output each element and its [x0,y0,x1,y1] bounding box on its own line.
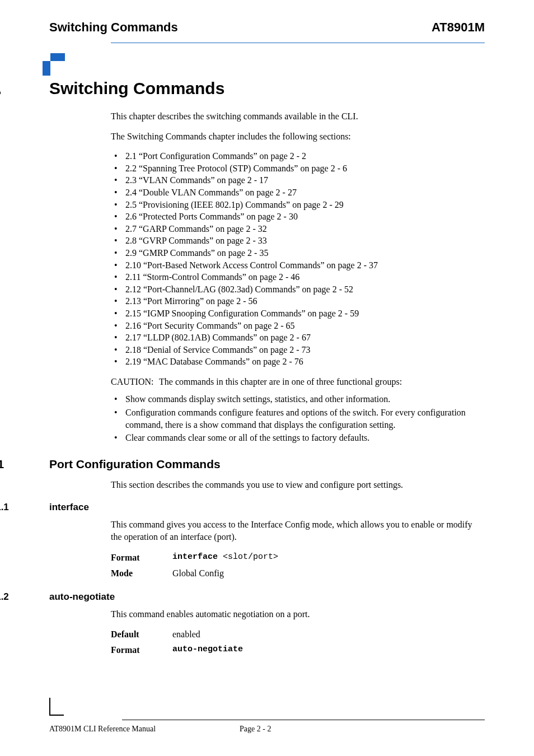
note-item: Configuration commands configure feature… [111,407,485,431]
toc-item[interactable]: 2.2 “Spanning Tree Protocol (STP) Comman… [111,162,485,175]
subsection-heading: 2.1.2 auto-negotiate [49,591,485,603]
corner-logo-icon [43,53,65,76]
notes-list: Show commands display switch settings, s… [111,393,485,444]
format-command: interface [172,552,223,562]
section-number: 2.1 [0,458,49,471]
default-label: Default [111,628,172,641]
format-row: Format interface <slot/port> [111,551,485,564]
section-intro: This section describes the commands you … [111,479,485,491]
format-value: interface <slot/port> [172,551,278,564]
section-title: Port Configuration Commands [49,458,221,471]
chapter-number: 2. [0,79,49,98]
footer-rule [122,720,485,720]
caution-body: The commands in this chapter are in one … [159,376,461,388]
subsection-number: 2.1.1 [0,502,49,513]
footer-corner-icon [49,698,64,716]
default-row: Default enabled [111,628,485,641]
header-right: AT8901M [432,20,485,35]
toc-item[interactable]: 2.11 “Storm-Control Commands” on page 2 … [111,271,485,283]
header-left: Switching Commands [49,20,178,35]
format-argument: <slot/port> [223,552,278,562]
mode-value: Global Config [172,567,224,580]
chapter-intro-2: The Switching Commands chapter includes … [111,130,485,143]
toc-item[interactable]: 2.13 “Port Mirroring” on page 2 - 56 [111,295,485,307]
toc-item[interactable]: 2.16 “Port Security Commands” on page 2 … [111,320,485,332]
toc-item[interactable]: 2.19 “MAC Database Commands” on page 2 -… [111,356,485,368]
toc-item[interactable]: 2.8 “GVRP Commands” on page 2 - 33 [111,235,485,247]
format-row: Format auto-negotiate [111,643,485,657]
default-value: enabled [172,628,200,641]
caution-label: CAUTION: [111,376,159,388]
toc-item[interactable]: 2.5 “Provisioning (IEEE 802.1p) Commands… [111,199,485,211]
subsection-number: 2.1.2 [0,591,49,603]
subsection-title: interface [49,502,89,513]
toc-item[interactable]: 2.17 “LLDP (802.1AB) Commands” on page 2… [111,332,485,344]
toc-item[interactable]: 2.9 “GMRP Commands” on page 2 - 35 [111,247,485,259]
toc-item[interactable]: 2.3 “VLAN Commands” on page 2 - 17 [111,174,485,186]
format-value: auto-negotiate [172,643,243,657]
note-item: Show commands display switch settings, s… [111,393,485,405]
subsection-title: auto-negotiate [49,591,115,603]
section-heading: 2.1 Port Configuration Commands [49,458,485,471]
chapter-title: Switching Commands [49,79,224,98]
note-item: Clear commands clear some or all of the … [111,432,485,444]
subsection-desc: This command enables automatic negotiati… [111,608,485,620]
toc-item[interactable]: 2.6 “Protected Ports Commands” on page 2… [111,211,485,223]
toc-item[interactable]: 2.7 “GARP Commands” on page 2 - 32 [111,223,485,235]
footer-page-number: Page 2 - 2 [217,725,485,734]
mode-label: Mode [111,567,172,580]
toc-item[interactable]: 2.4 “Double VLAN Commands” on page 2 - 2… [111,186,485,199]
toc-item[interactable]: 2.12 “Port-Channel/LAG (802.3ad) Command… [111,283,485,296]
toc-item[interactable]: 2.10 “Port-Based Network Access Control … [111,259,485,272]
page-header: Switching Commands AT8901M [49,20,485,35]
chapter-heading: 2. Switching Commands [49,79,485,98]
toc-item[interactable]: 2.1 “Port Configuration Commands” on pag… [111,150,485,162]
format-label: Format [111,643,172,657]
subsection-desc: This command gives you access to the Int… [111,519,485,543]
chapter-intro-1: This chapter describes the switching com… [111,110,485,123]
toc-item[interactable]: 2.15 “IGMP Snooping Configuration Comman… [111,307,485,320]
mode-row: Mode Global Config [111,567,485,580]
page-footer: AT8901M CLI Reference Manual Page 2 - 2 [49,720,485,734]
format-label: Format [111,551,172,564]
toc-list: 2.1 “Port Configuration Commands” on pag… [111,150,485,368]
toc-item[interactable]: 2.18 “Denial of Service Commands” on pag… [111,344,485,356]
footer-manual-name: AT8901M CLI Reference Manual [49,725,217,734]
caution-block: CAUTION:The commands in this chapter are… [111,376,485,388]
subsection-heading: 2.1.1 interface [49,502,485,513]
header-rule [111,43,485,43]
